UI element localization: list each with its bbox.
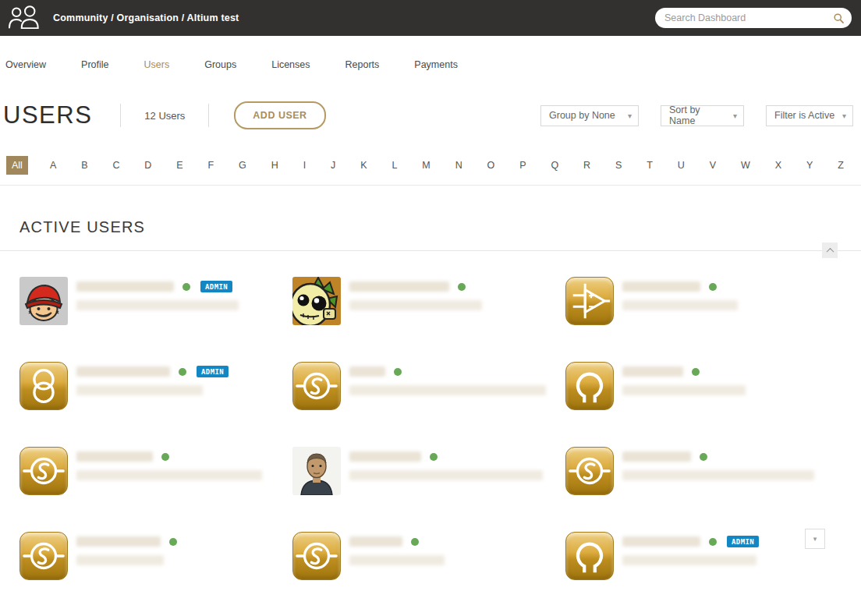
- user-name-redacted: [622, 536, 700, 547]
- alphabet-filter-o[interactable]: O: [483, 156, 500, 175]
- user-info: ADMIN: [76, 277, 292, 325]
- user-email-redacted: [76, 385, 203, 395]
- divider: [120, 104, 121, 127]
- user-card[interactable]: ▾: [565, 362, 861, 410]
- user-card[interactable]: ▾: [292, 362, 565, 410]
- user-card[interactable]: ▾: [19, 532, 292, 580]
- alphabet-filter-i[interactable]: I: [299, 156, 310, 175]
- alphabet-filter-all[interactable]: All: [6, 156, 28, 175]
- user-email-redacted: [622, 385, 746, 395]
- dragon-avatar: [292, 277, 341, 325]
- opamp-avatar: [565, 277, 614, 325]
- user-info: [349, 532, 565, 580]
- user-actions-dropdown[interactable]: ▾: [805, 529, 825, 549]
- group-by-dropdown[interactable]: Group by None ▾: [540, 105, 639, 126]
- online-status-dot: [411, 538, 419, 546]
- community-people-icon[interactable]: [8, 4, 41, 32]
- alphabet-filter-r[interactable]: R: [579, 156, 595, 175]
- nav-tabs: OverviewProfileUsersGroupsLicensesReport…: [0, 36, 861, 89]
- alphabet-filter-s[interactable]: S: [611, 156, 626, 175]
- nav-tab-reports[interactable]: Reports: [345, 59, 380, 70]
- user-name-redacted: [349, 451, 421, 462]
- ac-source-avatar: [565, 447, 614, 495]
- online-status-dot: [692, 368, 700, 376]
- alphabet-filter-f[interactable]: F: [204, 156, 219, 175]
- filter-dropdowns: Group by None ▾ Sort by Name ▾ Filter is…: [540, 105, 853, 126]
- nav-tab-users[interactable]: Users: [144, 59, 170, 70]
- alphabet-filter-t[interactable]: T: [642, 156, 657, 175]
- alphabet-filter-w[interactable]: W: [736, 156, 755, 175]
- collapse-section-button[interactable]: [822, 243, 838, 258]
- user-email-redacted: [349, 385, 546, 395]
- user-name-redacted: [622, 366, 683, 377]
- user-card[interactable]: ▾: [292, 277, 565, 325]
- user-card[interactable]: ADMIN ▾: [19, 362, 292, 410]
- user-card[interactable]: ADMIN ▾: [565, 532, 861, 580]
- user-email-redacted: [76, 300, 239, 310]
- nav-tab-profile[interactable]: Profile: [81, 59, 108, 70]
- chevron-down-icon: ▾: [628, 112, 632, 120]
- divider: [208, 104, 209, 127]
- alphabet-filter-g[interactable]: G: [234, 156, 251, 175]
- user-email-redacted: [76, 555, 164, 565]
- alphabet-filter-n[interactable]: N: [451, 156, 467, 175]
- user-name-redacted: [76, 281, 174, 292]
- omega-avatar: [565, 532, 614, 580]
- user-card[interactable]: ▾: [292, 532, 565, 580]
- user-email-redacted: [622, 555, 756, 565]
- alphabet-filter-u[interactable]: U: [673, 156, 689, 175]
- alphabet-filter-d[interactable]: D: [140, 156, 156, 175]
- alphabet-filter-bar: AllABCDEFGHIJKLMNOPQRSTUVWXYZ: [0, 156, 861, 186]
- nav-tab-overview[interactable]: Overview: [5, 59, 46, 70]
- alphabet-filter-l[interactable]: L: [387, 156, 402, 175]
- alphabet-filter-p[interactable]: P: [515, 156, 530, 175]
- user-card[interactable]: ▾: [19, 447, 292, 495]
- alphabet-filter-m[interactable]: M: [417, 156, 434, 175]
- search-icon[interactable]: [833, 12, 845, 24]
- alphabet-filter-h[interactable]: H: [267, 156, 283, 175]
- users-count: 12 Users: [144, 110, 185, 122]
- user-info: [622, 362, 861, 410]
- nav-tab-licenses[interactable]: Licenses: [271, 59, 310, 70]
- alphabet-filter-k[interactable]: K: [356, 156, 371, 175]
- alphabet-filter-e[interactable]: E: [172, 156, 187, 175]
- online-status-dot: [430, 453, 438, 461]
- alphabet-filter-j[interactable]: J: [326, 156, 340, 175]
- sort-by-dropdown[interactable]: Sort by Name ▾: [661, 105, 744, 126]
- page-title: USERS: [3, 101, 92, 129]
- search-input[interactable]: [664, 12, 833, 23]
- alphabet-filter-c[interactable]: C: [108, 156, 124, 175]
- alphabet-filter-q[interactable]: Q: [546, 156, 563, 175]
- user-card[interactable]: ▾: [565, 447, 861, 495]
- chevron-down-icon: ▾: [842, 112, 846, 120]
- user-card[interactable]: ▾: [565, 277, 861, 325]
- alphabet-filter-x[interactable]: X: [771, 156, 786, 175]
- active-users-grid: ADMIN ▾ ▾ ▾: [0, 251, 861, 580]
- user-info: [76, 447, 292, 495]
- ac-source-avatar: [292, 532, 341, 580]
- user-card[interactable]: ADMIN ▾: [19, 277, 292, 325]
- alphabet-filter-y[interactable]: Y: [802, 156, 817, 175]
- online-status-dot: [709, 538, 717, 546]
- alphabet-filter-b[interactable]: B: [76, 156, 92, 175]
- user-name-redacted: [349, 366, 385, 377]
- filter-dropdown[interactable]: Filter is Active ▾: [766, 105, 853, 126]
- breadcrumb[interactable]: Community / Organisation / Altium test: [53, 12, 239, 23]
- alphabet-filter-z[interactable]: Z: [833, 156, 849, 175]
- user-card[interactable]: ▾: [292, 447, 565, 495]
- nav-tab-payments[interactable]: Payments: [414, 59, 458, 70]
- user-email-redacted: [349, 300, 482, 310]
- alphabet-filter-a[interactable]: A: [45, 156, 61, 175]
- chevron-up-icon: [826, 247, 834, 255]
- ac-source-avatar: [19, 532, 68, 580]
- user-info: [76, 532, 292, 580]
- online-status-dot: [179, 368, 186, 376]
- user-info: [622, 447, 861, 495]
- ac-source-avatar: [19, 447, 68, 495]
- user-info: [349, 277, 565, 325]
- nav-tab-groups[interactable]: Groups: [204, 59, 236, 70]
- admin-badge: ADMIN: [197, 366, 229, 377]
- add-user-button[interactable]: ADD USER: [234, 101, 325, 129]
- alphabet-filter-v[interactable]: V: [705, 156, 721, 175]
- online-status-dot: [458, 283, 466, 291]
